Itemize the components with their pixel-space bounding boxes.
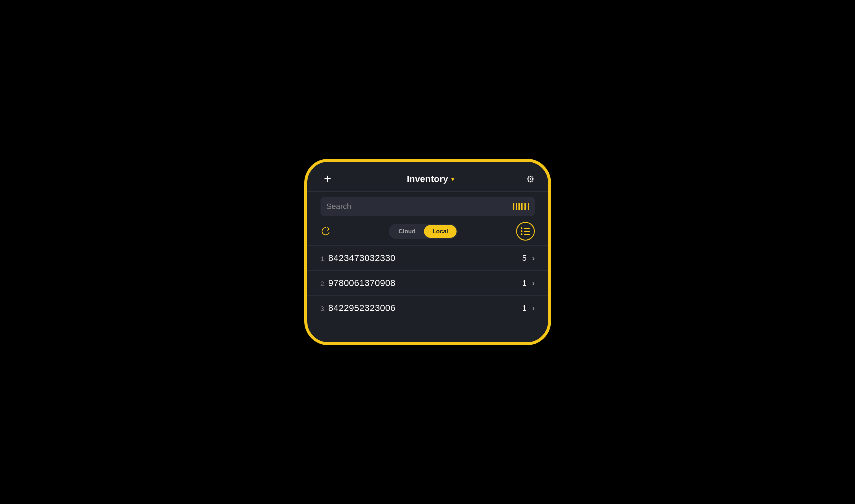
title-chevron-icon: ▾	[451, 175, 454, 183]
cloud-toggle-option[interactable]: Cloud	[390, 225, 424, 238]
search-input[interactable]	[327, 202, 510, 211]
search-bar	[320, 197, 535, 216]
local-toggle-option[interactable]: Local	[424, 225, 456, 238]
item-index: 1.	[320, 255, 326, 263]
item-chevron-icon: ›	[532, 278, 535, 288]
item-quantity: 1	[522, 303, 526, 313]
item-left: 1. 8423473032330	[320, 253, 396, 263]
item-index: 3.	[320, 305, 326, 313]
barcode-icon	[513, 203, 529, 210]
settings-button[interactable]: ⚙	[526, 174, 535, 184]
app-title: Inventory	[407, 174, 449, 184]
header-bar: + Inventory ▾ ⚙	[307, 162, 548, 191]
item-right: 1 ›	[522, 278, 535, 288]
item-quantity: 5	[522, 253, 526, 263]
inventory-list: 1. 8423473032330 5 › 2. 9780061370908 1	[307, 246, 548, 342]
item-quantity: 1	[522, 278, 526, 288]
item-barcode: 9780061370908	[328, 278, 396, 288]
list-view-button[interactable]	[516, 222, 535, 240]
refresh-button[interactable]	[320, 226, 331, 236]
table-row[interactable]: 1. 8423473032330 5 ›	[307, 246, 548, 270]
phone-frame: + Inventory ▾ ⚙	[304, 159, 551, 345]
item-barcode: 8423473032330	[328, 253, 396, 263]
title-dropdown[interactable]: Inventory ▾	[407, 174, 455, 184]
item-right: 1 ›	[522, 303, 535, 313]
item-index: 2.	[320, 280, 326, 288]
list-view-icon	[521, 227, 530, 235]
app-content: + Inventory ▾ ⚙	[307, 162, 548, 342]
item-left: 3. 8422952323006	[320, 303, 396, 313]
device-frame: + Inventory ▾ ⚙	[304, 159, 551, 345]
table-row[interactable]: 2. 9780061370908 1 ›	[307, 270, 548, 295]
barcode-scan-button[interactable]	[513, 203, 529, 210]
filter-row: Cloud Local	[307, 220, 548, 246]
item-left: 2. 9780061370908	[320, 278, 396, 288]
item-barcode: 8422952323006	[328, 303, 396, 313]
item-right: 5 ›	[522, 253, 535, 263]
add-button[interactable]: +	[320, 173, 335, 185]
refresh-icon	[320, 226, 331, 236]
item-chevron-icon: ›	[532, 303, 535, 313]
table-row[interactable]: 3. 8422952323006 1 ›	[307, 295, 548, 320]
header-divider	[307, 191, 548, 192]
cloud-local-toggle: Cloud Local	[389, 224, 458, 239]
item-chevron-icon: ›	[532, 253, 535, 263]
